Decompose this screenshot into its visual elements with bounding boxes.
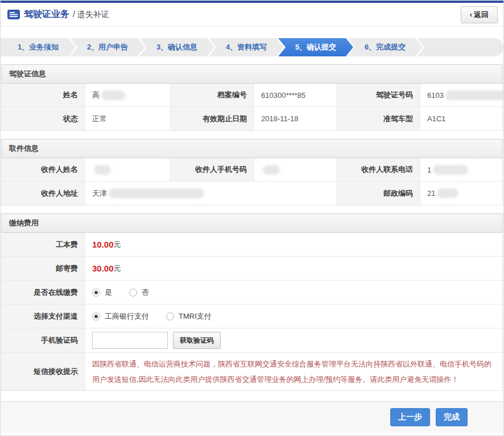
recipient-phone-value: 1: [420, 158, 502, 181]
redaction-blur: [263, 165, 280, 175]
production-fee-value: 10.00元: [85, 233, 502, 256]
sms-code-label: 手机验证码: [2, 328, 85, 352]
recipient-address-label: 收件人地址: [2, 182, 85, 205]
step-1-business-notice[interactable]: 1、业务须知: [1, 38, 76, 56]
table-row: 选择支付渠道 工商银行支付 TMRI支付: [2, 305, 502, 328]
postage-fee-amount: 30.00: [92, 264, 114, 273]
production-fee-amount: 10.00: [92, 240, 114, 249]
radio-option-no[interactable]: 否: [129, 287, 149, 298]
postcode-value: 21: [420, 182, 502, 205]
table-row: 工本费 10.00元: [2, 233, 502, 257]
step-2-user-declaration[interactable]: 2、用户申告: [70, 38, 145, 56]
payment-fees-table: 工本费 10.00元 邮寄费 30.00元 是否在线缴费 是: [1, 233, 503, 391]
payment-fees-section: 缴纳费用 工本费 10.00元 邮寄费 30.00元 是否在线缴费 是: [1, 213, 503, 391]
previous-step-button[interactable]: 上一步: [390, 408, 430, 426]
breadcrumb-current: 遗失补证: [77, 10, 109, 19]
back-chevron-icon: ‹: [470, 10, 472, 19]
postage-fee-label: 邮寄费: [2, 257, 85, 280]
production-fee-label: 工本费: [2, 233, 85, 256]
payment-channel-options: 工商银行支付 TMRI支付: [85, 305, 502, 328]
postcode-label: 邮政编码: [337, 182, 420, 205]
radio-yes-icon[interactable]: [92, 289, 100, 297]
table-row: 收件人姓名 收件人手机号码 收件人联系电话 1: [2, 158, 502, 182]
page-header: 驾驶证业务 / 遗失补证 ‹返回: [1, 3, 503, 27]
radio-icbc-label: 工商银行支付: [105, 311, 149, 322]
back-button-label: 返回: [474, 10, 489, 19]
payment-channel-label: 选择支付渠道: [2, 305, 85, 328]
pickup-info-table: 收件人姓名 收件人手机号码 收件人联系电话 1 收件人地址 天津 邮政编码 21: [1, 158, 503, 205]
back-button[interactable]: ‹返回: [461, 6, 498, 23]
table-row: 姓名 高 档案编号 610300****85 驾驶证号码 6103: [2, 84, 502, 107]
vehicle-class-label: 准驾车型: [337, 107, 420, 130]
license-number-value: 6103: [420, 84, 504, 106]
radio-no-label: 否: [142, 287, 149, 298]
sms-code-field-cell: 获取验证码: [85, 328, 502, 352]
online-payment-options: 是 否: [85, 281, 502, 304]
footer-action-bar: 上一步 完成: [1, 401, 503, 433]
license-info-table: 姓名 高 档案编号 610300****85 驾驶证号码 6103 状态 正常 …: [1, 84, 503, 131]
license-info-section-title: 驾驶证信息: [1, 64, 503, 84]
payment-fees-section-title: 缴纳费用: [1, 213, 503, 233]
recipient-mobile-value: [254, 158, 337, 181]
license-info-section: 驾驶证信息 姓名 高 档案编号 610300****85 驾驶证号码 6103 …: [1, 64, 503, 131]
redaction-blur: [101, 91, 125, 100]
file-number-label: 档案编号: [170, 84, 254, 106]
sms-code-input[interactable]: [92, 332, 168, 349]
step-4-fill-materials[interactable]: 4、资料填写: [209, 38, 284, 56]
table-row: 是否在线缴费 是 否: [2, 281, 502, 305]
redaction-blur: [109, 188, 204, 198]
page: 驾驶证业务 / 遗失补证 ‹返回 1、业务须知 2、用户申告 3、确认信息 4、…: [0, 0, 504, 436]
postage-fee-value: 30.00元: [85, 257, 502, 280]
sms-notice-label: 短信接收提示: [2, 353, 85, 390]
name-value: 高: [85, 84, 170, 106]
recipient-mobile-label: 收件人手机号码: [170, 158, 254, 181]
license-number-label: 驾驶证号码: [337, 84, 420, 106]
radio-option-yes[interactable]: 是: [92, 287, 112, 298]
file-number-value: 610300****85: [254, 84, 337, 106]
status-value: 正常: [85, 107, 170, 130]
recipient-address-value: 天津: [85, 182, 337, 205]
expiry-date-value: 2018-11-18: [254, 107, 337, 130]
sms-notice-text: 因陕西省联通、电信运营商技术问题，陕西省互联网交通安全综合服务管理平台无法向持陕…: [85, 353, 502, 390]
radio-option-icbc[interactable]: 工商银行支付: [92, 311, 149, 322]
redaction-blur: [437, 188, 458, 198]
document-list-icon: [7, 10, 20, 19]
table-row: 收件人地址 天津 邮政编码 21: [2, 182, 502, 205]
radio-yes-label: 是: [105, 287, 112, 298]
pickup-info-section-title: 取件信息: [1, 139, 503, 158]
table-row: 状态 正常 有效期止日期 2018-11-18 准驾车型 A1C1: [2, 107, 502, 130]
production-fee-unit: 元: [114, 240, 121, 250]
table-row: 短信接收提示 因陕西省联通、电信运营商技术问题，陕西省互联网交通安全综合服务管理…: [2, 353, 502, 390]
pickup-info-section: 取件信息 收件人姓名 收件人手机号码 收件人联系电话 1 收件人地址 天津 邮政…: [1, 139, 503, 205]
table-row: 邮寄费 30.00元: [2, 257, 502, 281]
radio-option-tmri[interactable]: TMRI支付: [166, 311, 212, 322]
vehicle-class-value: A1C1: [420, 107, 502, 130]
expiry-date-label: 有效期止日期: [170, 107, 254, 130]
breadcrumb: / 遗失补证: [73, 10, 109, 20]
page-title: 驾驶证业务: [24, 9, 69, 20]
radio-tmri-icon[interactable]: [166, 312, 174, 320]
recipient-phone-label: 收件人联系电话: [337, 158, 420, 181]
step-progress-bar: 1、业务须知 2、用户申告 3、确认信息 4、资料填写 5、确认提交 6、完成提…: [1, 38, 503, 56]
step-3-confirm-info[interactable]: 3、确认信息: [139, 38, 214, 56]
radio-tmri-label: TMRI支付: [179, 311, 212, 322]
redaction-blur: [94, 165, 111, 175]
finish-button[interactable]: 完成: [436, 408, 468, 426]
name-label: 姓名: [2, 84, 85, 106]
get-code-button[interactable]: 获取验证码: [173, 332, 221, 349]
redaction-blur: [445, 91, 504, 100]
online-payment-label: 是否在线缴费: [2, 281, 85, 304]
table-row: 手机验证码 获取验证码: [2, 328, 502, 353]
recipient-name-label: 收件人姓名: [2, 158, 85, 181]
radio-icbc-icon[interactable]: [92, 312, 100, 320]
radio-no-icon[interactable]: [129, 289, 137, 297]
step-5-confirm-submit[interactable]: 5、确认提交: [278, 38, 353, 56]
step-bar-filler: [417, 38, 503, 56]
postage-fee-unit: 元: [114, 264, 121, 274]
recipient-name-value: [85, 158, 170, 181]
status-label: 状态: [2, 107, 85, 130]
redaction-blur: [433, 165, 468, 175]
step-6-complete-submit[interactable]: 6、完成提交: [348, 38, 423, 56]
breadcrumb-separator: /: [73, 10, 75, 19]
